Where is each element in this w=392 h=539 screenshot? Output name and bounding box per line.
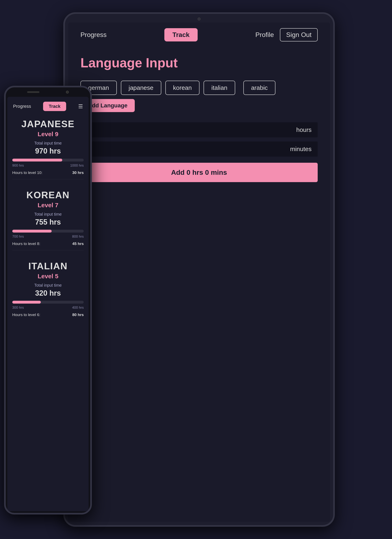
phone-lang-name: JAPANESE [12,118,84,130]
tablet-right-nav: Profile Sign Out [255,28,318,41]
hours-input[interactable] [87,126,292,133]
tablet-content: Language Input german japanese korean it… [68,47,330,522]
tablet-header: Progress Track Profile Sign Out [68,22,330,47]
phone-screen: Progress Track ☰ JAPANESE Level 9 Total … [7,97,89,511]
phone-speaker [27,91,39,93]
hours-to-level: Hours to level 6: 80 hrs [12,313,84,317]
phone-top-bar [6,87,90,97]
phone-lang-name: ITALIAN [12,260,84,272]
range-min: 300 hrs [12,306,24,310]
next-level-label: Hours to level 8: [12,241,40,246]
phone-total-label: Total input time [12,283,84,288]
add-time-button[interactable]: Add 0 hrs 0 mins [80,163,318,182]
hours-input-row: hours [80,122,318,137]
lang-tab-japanese[interactable]: japanese [121,81,161,95]
tablet-camera [198,18,200,20]
progress-bar-fill [12,301,41,303]
phone-lang-card-italian: ITALIAN Level 5 Total input time 320 hrs… [12,260,84,317]
phone-lang-level: Level 7 [12,202,84,209]
phone-total-label: Total input time [12,141,84,146]
phone-lang-level: Level 5 [12,273,84,280]
next-level-label: Hours to level 10: [12,170,43,175]
phone-progress-nav[interactable]: Progress [13,104,31,109]
profile-nav[interactable]: Profile [255,31,274,38]
minutes-input[interactable] [87,146,286,153]
next-level-value: 80 hrs [72,313,84,317]
track-button-active[interactable]: Track [164,28,198,41]
minutes-label: minutes [290,146,312,153]
range-max: 400 hrs [72,306,84,310]
hours-to-level: Hours to level 10: 30 hrs [12,170,84,175]
progress-bar-labels: 300 hrs 400 hrs [12,306,84,310]
phone-lang-level: Level 9 [12,131,84,138]
hours-to-level: Hours to level 8: 45 hrs [12,241,84,246]
card-divider [12,179,84,179]
tablet-device: Progress Track Profile Sign Out Language… [63,12,335,527]
range-max: 1000 hrs [70,164,84,168]
lang-tab-korean[interactable]: korean [165,81,200,95]
phone-total-label: Total input time [12,212,84,217]
progress-bar-labels: 700 hrs 800 hrs [12,235,84,239]
progress-nav[interactable]: Progress [80,31,106,38]
minutes-input-row: minutes [80,141,318,157]
phone-hrs: 970 hrs [12,147,84,155]
card-divider [12,250,84,250]
phone-hrs: 755 hrs [12,218,84,226]
phone-hrs: 320 hrs [12,289,84,298]
lang-tab-arabic[interactable]: arabic [243,81,276,95]
range-min: 900 hrs [12,164,24,168]
next-level-label: Hours to level 6: [12,313,40,317]
phone-header: Progress Track ☰ [7,97,89,114]
next-level-value: 30 hrs [72,170,84,175]
phone-lang-card-korean: KOREAN Level 7 Total input time 755 hrs … [12,189,84,250]
language-tabs: german japanese korean italian arabic Ad… [80,81,318,112]
progress-bar-labels: 900 hrs 1000 hrs [12,164,84,168]
phone-lang-card-japanese: JAPANESE Level 9 Total input time 970 hr… [12,118,84,179]
hours-label: hours [296,126,312,133]
next-level-value: 45 hrs [72,241,84,246]
range-max: 800 hrs [72,235,84,239]
progress-bar-container [12,301,84,303]
signout-button[interactable]: Sign Out [280,28,318,41]
progress-bar-container [12,159,84,162]
progress-bar-container [12,230,84,233]
progress-bar-fill [12,159,62,162]
progress-bar-fill [12,230,52,233]
section-title: Language Input [80,55,318,70]
phone-device: Progress Track ☰ JAPANESE Level 9 Total … [4,86,92,515]
range-min: 700 hrs [12,235,24,239]
phone-front-camera [66,91,69,93]
language-list: JAPANESE Level 9 Total input time 970 hr… [12,118,84,317]
tablet-screen: Progress Track Profile Sign Out Language… [68,22,330,522]
phone-track-button[interactable]: Track [43,102,66,111]
phone-lang-name: KOREAN [12,189,84,201]
hamburger-menu-icon[interactable]: ☰ [78,103,83,110]
phone-content: JAPANESE Level 9 Total input time 970 hr… [7,114,89,511]
lang-tab-italian[interactable]: italian [203,81,235,95]
